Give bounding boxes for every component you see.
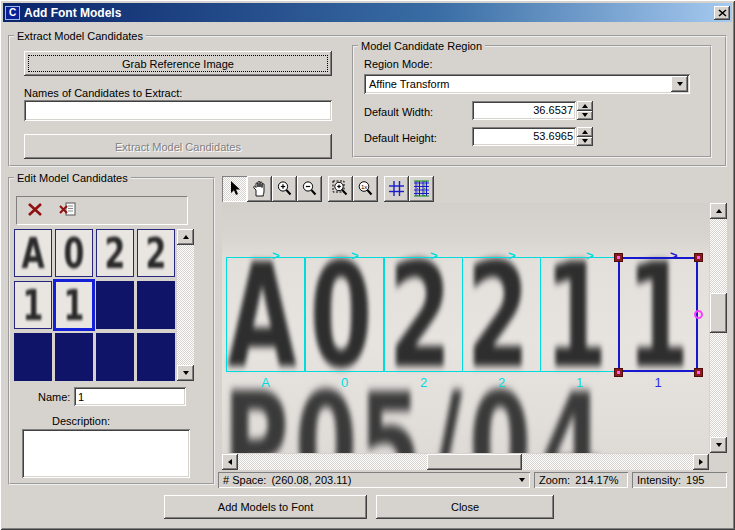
region-direction-arrow-icon: > [670,249,678,262]
add-models-to-font-button[interactable]: Add Models to Font [164,495,367,519]
region-direction-arrow-icon: > [430,249,438,262]
scroll-right-button[interactable] [693,454,709,470]
zoom-in-button[interactable] [272,176,297,202]
scroll-down-icon [716,443,722,447]
candidate-label: 1 [576,375,583,390]
default-width-input[interactable]: 36.6537 [472,101,576,120]
model-name-input[interactable] [74,387,186,406]
scroll-up-button[interactable] [177,229,194,245]
region-mode-dropdown-button[interactable] [671,76,688,92]
height-spin-up-button[interactable] [577,127,593,137]
empty-model-slot[interactable] [55,333,93,381]
scrollbar-track[interactable] [238,454,693,470]
thumbnail-grid-scrollbar[interactable] [177,229,194,381]
model-thumbnail[interactable]: 1 [55,281,93,329]
region-mode-combobox[interactable]: Affine Transform [364,74,690,94]
intensity-label: Intensity: [637,474,681,486]
empty-model-slot[interactable] [96,333,134,381]
empty-model-slot[interactable] [137,333,175,381]
candidate-region-box[interactable] [226,257,305,372]
scroll-right-icon [699,459,703,465]
names-of-candidates-input[interactable] [24,100,332,121]
candidate-label: 2 [498,375,505,390]
model-thumbnail[interactable]: 1 [14,281,52,329]
reference-image-canvas[interactable]: A02211P05/04>A>0>2>2>1>1 [222,203,709,453]
height-spin-down-button[interactable] [577,137,593,147]
empty-model-slot[interactable] [137,281,175,329]
grid-fine-button[interactable] [409,176,434,202]
zoom-window-button[interactable] [328,176,353,202]
empty-model-slot[interactable] [14,333,52,381]
thumbnail-character: 1 [23,283,44,327]
model-thumbnail[interactable]: A [14,229,52,277]
grid-coarse-button[interactable] [384,176,409,202]
scroll-down-button[interactable] [177,365,194,381]
scroll-left-button[interactable] [222,454,238,470]
image-horizontal-scrollbar[interactable] [222,454,709,470]
thumbnail-character: 2 [146,231,167,275]
scroll-down-button[interactable] [710,437,727,453]
empty-model-slot[interactable] [96,281,134,329]
default-height-input[interactable]: 53.6965 [472,127,576,146]
image-vertical-scrollbar[interactable] [710,203,727,453]
close-window-button[interactable] [714,6,730,20]
model-thumbnail[interactable]: 0 [55,229,93,277]
intensity-value: 195 [686,474,704,486]
scroll-left-icon [228,459,232,465]
zoom-actual-icon: 1x [357,180,374,199]
zoom-out-button[interactable] [297,176,322,202]
edit-group-title: Edit Model Candidates [14,172,131,184]
close-button[interactable]: Close [376,495,554,519]
resize-handle[interactable] [614,253,623,262]
scroll-up-icon [716,209,722,213]
grab-reference-image-button[interactable]: Grab Reference Image [24,51,332,76]
model-thumbnail[interactable]: 2 [137,229,175,277]
zoom-actual-button[interactable]: 1x [353,176,378,202]
svg-text:1x: 1x [361,184,367,190]
width-spin-down-button[interactable] [577,111,593,121]
pan-hand-button[interactable] [247,176,272,202]
thumbnail-character: 1 [64,283,85,327]
spin-up-icon [582,130,588,134]
scrollbar-track[interactable] [710,219,727,437]
rotation-handle[interactable] [694,310,703,319]
extract-model-candidates-button[interactable]: Extract Model Candidates [24,134,332,159]
scrollbar-thumb[interactable] [427,454,522,470]
candidate-label: 2 [420,375,427,390]
region-direction-arrow-icon: > [508,249,516,262]
model-thumbnail-grid: A02211 [14,229,176,381]
scrollbar-thumb[interactable] [710,293,727,333]
model-thumbnail[interactable]: 2 [96,229,134,277]
description-label: Description: [52,415,110,427]
selected-candidate-region-box[interactable] [618,257,698,372]
spin-down-icon [582,139,588,143]
space-dropdown-icon[interactable] [519,478,525,482]
candidate-label: 0 [341,375,348,390]
image-character: / [430,374,463,453]
resize-handle[interactable] [694,253,703,262]
edit-candidates-toolbar [16,196,188,225]
scrollbar-track[interactable] [177,245,194,365]
select-cursor-button[interactable] [222,176,247,202]
window-title: Add Font Models [24,6,714,20]
chevron-down-icon [677,82,683,86]
delete-all-button[interactable] [58,201,78,221]
resize-handle[interactable] [694,368,703,377]
candidate-region-box[interactable] [540,257,619,372]
width-spin-up-button[interactable] [577,101,593,111]
title-bar[interactable]: C Add Font Models [3,3,732,22]
candidate-label: A [261,375,270,390]
candidate-region-box[interactable] [384,257,463,372]
delete-button[interactable] [26,201,46,221]
candidate-region-box[interactable] [462,257,541,372]
thumbnail-character: 2 [105,231,126,275]
scroll-up-button[interactable] [710,203,727,219]
region-mode-label: Region Mode: [364,58,433,70]
image-character: 4 [541,374,604,453]
resize-handle[interactable] [614,368,623,377]
zoom-value: 214.17% [575,474,618,486]
candidate-region-box[interactable] [305,257,384,372]
model-description-input[interactable] [22,429,190,478]
delete-icon [27,202,45,220]
default-height-spinner: 53.6965 [472,127,593,146]
